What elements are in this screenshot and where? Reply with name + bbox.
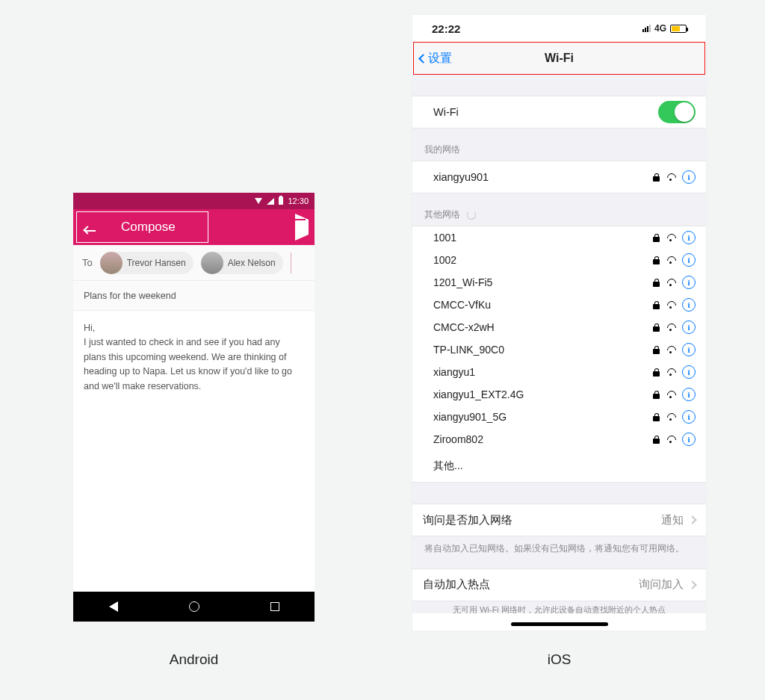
other-networks-list: 1001i1002i1201_Wi-Fi5iCMCC-VfKuiCMCC-x2w…	[412, 226, 706, 450]
ios-status-bar: 22:22 4G	[412, 15, 706, 42]
recipient-name: Trevor Hansen	[127, 258, 186, 268]
nav-back-icon[interactable]	[109, 601, 118, 612]
network-name: xiangyu901	[423, 171, 489, 183]
network-name: 1002	[433, 254, 456, 266]
android-screenshot: 12:30 Compose To Trevor Hansen Alex Nels…	[73, 193, 315, 622]
network-row[interactable]: Ziroom802i	[412, 428, 706, 450]
info-icon[interactable]: i	[682, 276, 696, 289]
home-indicator[interactable]	[511, 622, 608, 626]
network-name: TP-LINK_90C0	[433, 344, 504, 356]
network-name: 1201_Wi-Fi5	[433, 276, 492, 288]
network-row[interactable]: 1001i	[412, 226, 706, 249]
wifi-icon	[666, 301, 676, 309]
wifi-icon	[666, 391, 676, 398]
network-name: xiangyu1	[433, 366, 475, 378]
info-icon[interactable]: i	[682, 343, 696, 356]
network-row[interactable]: CMCC-VfKui	[412, 294, 706, 316]
network-name: CMCC-x2wH	[433, 321, 495, 333]
avatar	[100, 252, 123, 274]
network-row[interactable]: xiangyu901 i	[412, 161, 706, 193]
highlight-box	[76, 211, 208, 243]
wifi-icon	[666, 413, 676, 421]
lock-icon	[653, 173, 660, 182]
info-icon[interactable]: i	[682, 253, 696, 267]
network-row[interactable]: xiangyu1i	[412, 361, 706, 383]
body-greeting: Hi,	[84, 321, 304, 335]
spinner-icon	[467, 211, 476, 220]
ask-join-value: 通知	[661, 513, 684, 527]
body-field[interactable]: Hi, I just wanted to check in and see if…	[73, 311, 315, 404]
network-name: CMCC-VfKu	[433, 299, 491, 311]
chevron-right-icon	[688, 580, 696, 589]
cursor-indicator	[291, 253, 291, 273]
status-time: 12:30	[288, 196, 309, 205]
wifi-switch[interactable]	[658, 101, 696, 123]
auto-hotspot-row[interactable]: 自动加入热点 询问加入	[412, 569, 706, 601]
network-label: 4G	[654, 23, 666, 34]
recipients-row[interactable]: To Trevor Hansen Alex Nelson	[73, 245, 315, 281]
wifi-toggle-label: Wi-Fi	[423, 106, 459, 118]
auto-hotspot-label: 自动加入热点	[423, 577, 490, 592]
lock-icon	[653, 368, 660, 377]
info-icon[interactable]: i	[682, 365, 696, 379]
ask-join-row[interactable]: 询问是否加入网络 通知	[412, 504, 706, 536]
info-icon[interactable]: i	[682, 410, 696, 424]
android-app-bar: Compose	[73, 209, 315, 245]
subject-text: Plans for the weekend	[84, 291, 176, 301]
wifi-icon	[666, 173, 676, 181]
lock-icon	[653, 323, 660, 332]
other-manual-row[interactable]: 其他...	[412, 450, 706, 483]
info-icon[interactable]: i	[682, 433, 696, 446]
arrow-left-icon	[85, 230, 96, 232]
status-time: 22:22	[432, 22, 460, 35]
nav-recent-icon[interactable]	[270, 602, 279, 611]
info-icon[interactable]: i	[682, 170, 696, 184]
other-label: 其他...	[433, 459, 463, 473]
back-label: 设置	[428, 51, 452, 66]
back-button[interactable]: 设置	[414, 51, 452, 66]
cell-signal-icon	[267, 198, 274, 205]
info-icon[interactable]: i	[682, 231, 696, 244]
ask-join-note: 将自动加入已知网络。如果没有已知网络，将通知您有可用网络。	[412, 536, 706, 569]
avatar	[201, 252, 223, 274]
android-status-bar: 12:30	[73, 193, 315, 209]
cell-signal-icon	[642, 25, 651, 32]
nav-home-icon[interactable]	[189, 601, 199, 612]
recipient-chip[interactable]: Trevor Hansen	[100, 252, 193, 274]
send-icon	[295, 214, 309, 241]
network-row[interactable]: CMCC-x2wHi	[412, 316, 706, 338]
info-icon[interactable]: i	[682, 298, 696, 312]
network-name: Ziroom802	[433, 433, 483, 445]
lock-icon	[653, 346, 660, 354]
chevron-right-icon	[688, 515, 696, 524]
wifi-icon	[255, 198, 262, 204]
auto-hotspot-value: 询问加入	[639, 577, 684, 592]
lock-icon	[653, 256, 660, 264]
ios-screenshot: 22:22 4G 设置 Wi-Fi Wi-Fi 我的网络 xiangyu901	[412, 15, 706, 631]
lock-icon	[653, 413, 660, 421]
network-row[interactable]: xiangyu1_EXT2.4Gi	[412, 383, 706, 406]
subject-field[interactable]: Plans for the weekend	[73, 281, 315, 311]
nav-title: Wi-Fi	[414, 52, 704, 65]
network-name: xiangyu1_EXT2.4G	[433, 388, 524, 400]
lock-icon	[653, 391, 660, 399]
lock-icon	[653, 301, 660, 309]
network-row[interactable]: 1201_Wi-Fi5i	[412, 271, 706, 294]
wifi-icon	[666, 279, 676, 286]
wifi-icon	[666, 368, 676, 376]
info-icon[interactable]: i	[682, 320, 696, 334]
ios-nav-header: 设置 Wi-Fi	[413, 42, 705, 75]
lock-icon	[653, 234, 660, 242]
info-icon[interactable]: i	[682, 388, 696, 401]
network-row[interactable]: TP-LINK_90C0i	[412, 338, 706, 361]
send-button[interactable]	[295, 220, 309, 235]
wifi-icon	[666, 436, 676, 443]
network-row[interactable]: xiangyu901_5Gi	[412, 406, 706, 428]
recipient-chip[interactable]: Alex Nelson	[201, 252, 283, 274]
auto-hotspot-note: 无可用 Wi-Fi 网络时，允许此设备自动查找附近的个人热点	[412, 601, 706, 613]
wifi-toggle-row: Wi-Fi	[412, 96, 706, 128]
network-row[interactable]: 1002i	[412, 249, 706, 271]
network-name: xiangyu901_5G	[433, 411, 507, 423]
recipient-name: Alex Nelson	[228, 258, 276, 268]
network-name: 1001	[433, 232, 456, 244]
